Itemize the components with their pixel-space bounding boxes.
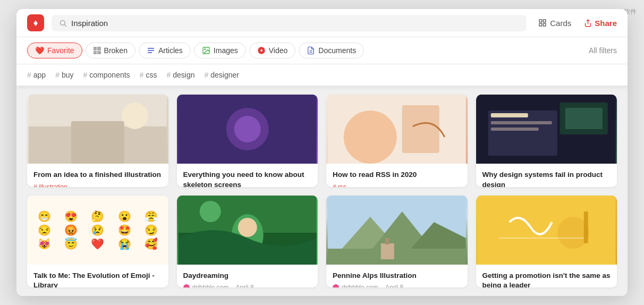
- card-rss[interactable]: How to read RSS in 2020 # rss laurakalba…: [326, 95, 468, 187]
- card-emoji-image: 😁 😍 🤔 😮 😤 😒 😡 😢 🤩 😏 😻 😇 ❤️ 😭 🥰: [27, 196, 168, 265]
- card-alps[interactable]: Pennine Alps Illustration dribbble.com ·…: [326, 196, 468, 288]
- svg-point-11: [205, 49, 206, 50]
- card-daydreaming[interactable]: Daydreaming dribbble.com · April 8: [177, 196, 318, 288]
- card-promotion[interactable]: Getting a promotion isn't the same as be…: [476, 196, 617, 288]
- card-rss-image: [326, 95, 468, 164]
- svg-rect-2: [539, 20, 542, 22]
- search-bar[interactable]: [52, 15, 527, 31]
- grid-icon: [538, 19, 547, 27]
- documents-icon: [307, 46, 315, 55]
- svg-rect-5: [544, 23, 546, 26]
- tag-buy[interactable]: # buy: [55, 71, 73, 79]
- card-alps-image: [326, 196, 468, 265]
- card-daydream-date: April 8: [236, 284, 254, 287]
- header: ♦ Cards Share: [16, 9, 628, 37]
- dribbble-dot-2: [333, 284, 339, 287]
- card-daydream-sep: ·: [231, 284, 233, 287]
- svg-rect-43: [381, 243, 394, 259]
- filter-bar: ❤️ Favorite Broken Articles Images Video…: [16, 37, 628, 64]
- card-rss-title: How to read RSS in 2020: [333, 170, 461, 180]
- images-icon: [202, 46, 210, 55]
- svg-point-35: [199, 201, 221, 222]
- svg-rect-29: [490, 121, 552, 124]
- tag-css-label: css: [146, 71, 157, 79]
- card-alps-sep: ·: [381, 284, 383, 287]
- tag-app-label: app: [33, 71, 46, 79]
- filter-video-label: Video: [269, 46, 288, 55]
- card-promotion-title: Getting a promotion isn't the same as be…: [482, 271, 611, 288]
- card-rss-body: How to read RSS in 2020 # rss laurakalba…: [326, 164, 468, 187]
- filter-video[interactable]: Video: [249, 43, 296, 58]
- card-illustration-title: From an idea to a finished illustration: [33, 170, 162, 180]
- card-illustration[interactable]: From an idea to a finished illustration …: [27, 95, 168, 187]
- logo-symbol: ♦: [33, 18, 38, 29]
- cards-label: Cards: [550, 19, 571, 28]
- svg-rect-4: [539, 23, 542, 26]
- cards-grid: From an idea to a finished illustration …: [16, 86, 628, 296]
- favorite-icon: ❤️: [35, 46, 44, 55]
- svg-point-22: [234, 116, 260, 142]
- svg-rect-42: [328, 249, 466, 265]
- card-illustration-image: [27, 95, 168, 164]
- articles-icon: [147, 46, 155, 55]
- card-daydream-meta: dribbble.com · April 8: [183, 284, 312, 287]
- share-button[interactable]: Share: [584, 19, 617, 28]
- tag-design[interactable]: # design: [166, 71, 194, 79]
- filter-images[interactable]: Images: [194, 43, 246, 58]
- card-alps-title: Pennine Alps Illustration: [333, 271, 461, 281]
- app-window: ♦ Cards Share ❤️ Favorite: [16, 9, 628, 296]
- card-illustration-tag[interactable]: # illustration: [33, 183, 162, 187]
- svg-rect-30: [490, 128, 538, 131]
- card-promotion-image: [476, 196, 617, 265]
- card-design-body: Why design systems fail in product desig…: [476, 164, 617, 187]
- card-emoji[interactable]: 😁 😍 🤔 😮 😤 😒 😡 😢 🤩 😏 😻 😇 ❤️ 😭 🥰: [27, 196, 168, 288]
- card-rss-tag[interactable]: # rss: [333, 183, 461, 187]
- svg-line-1: [64, 24, 66, 26]
- filter-documents[interactable]: Documents: [299, 43, 364, 58]
- svg-rect-28: [490, 113, 528, 117]
- filter-favorite[interactable]: ❤️ Favorite: [27, 43, 82, 58]
- tag-design-label: design: [173, 71, 194, 79]
- svg-rect-44: [385, 238, 389, 244]
- card-skeleton-title: Everything you need to know about skelet…: [183, 170, 312, 187]
- card-alps-source: dribbble.com: [342, 284, 378, 287]
- filter-articles-label: Articles: [158, 46, 183, 55]
- filter-broken[interactable]: Broken: [86, 43, 135, 58]
- filter-documents-label: Documents: [318, 46, 356, 55]
- share-label: Share: [595, 19, 617, 28]
- card-design-title: Why design systems fail in product desig…: [482, 170, 611, 187]
- filter-favorite-label: Favorite: [47, 46, 74, 55]
- svg-rect-24: [402, 105, 439, 153]
- search-icon: [59, 19, 67, 27]
- card-design-systems[interactable]: Why design systems fail in product desig…: [476, 95, 617, 187]
- svg-point-37: [238, 218, 257, 237]
- card-skeleton-body: Everything you need to know about skelet…: [177, 164, 318, 187]
- filter-articles[interactable]: Articles: [139, 43, 191, 58]
- tag-designer[interactable]: # designer: [204, 71, 239, 79]
- filter-images-label: Images: [214, 46, 238, 55]
- tag-buy-label: buy: [62, 71, 74, 79]
- share-icon: [584, 19, 592, 27]
- svg-rect-47: [583, 211, 588, 243]
- card-emoji-body: Talk to Me: The Evolution of Emoji - Lib…: [27, 265, 168, 288]
- tag-components[interactable]: # components: [83, 71, 130, 79]
- app-logo: ♦: [27, 14, 44, 31]
- all-filters-button[interactable]: All filters: [589, 46, 617, 55]
- filter-broken-label: Broken: [104, 46, 128, 55]
- tag-designer-label: designer: [210, 71, 239, 79]
- svg-rect-32: [565, 108, 602, 129]
- tag-css[interactable]: # css: [140, 71, 157, 79]
- card-skeleton[interactable]: Everything you need to know about skelet…: [177, 95, 318, 187]
- card-promotion-body: Getting a promotion isn't the same as be…: [476, 265, 617, 288]
- card-alps-meta: dribbble.com · April 8: [333, 284, 461, 287]
- dribbble-dot-1: [183, 284, 190, 287]
- search-input[interactable]: [71, 19, 519, 28]
- card-design-image: [476, 95, 617, 164]
- header-right: Cards Share: [534, 16, 617, 30]
- card-emoji-title: Talk to Me: The Evolution of Emoji - Lib…: [33, 271, 162, 288]
- tag-app[interactable]: # app: [27, 71, 46, 79]
- svg-rect-3: [544, 20, 546, 22]
- svg-point-0: [61, 20, 65, 25]
- card-daydream-image: [177, 196, 318, 265]
- cards-button[interactable]: Cards: [534, 16, 575, 30]
